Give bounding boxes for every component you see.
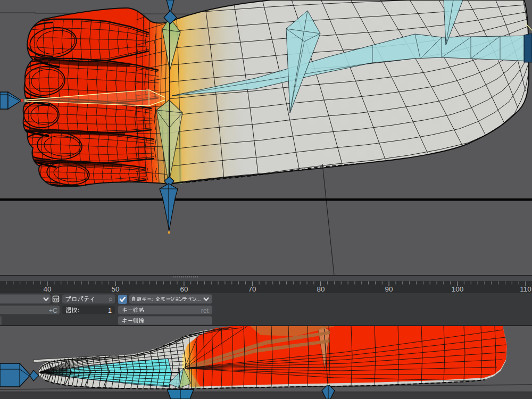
svg-text:50: 50	[111, 285, 119, 293]
svg-text:1: 1	[108, 307, 112, 314]
svg-text:100: 100	[452, 285, 464, 293]
svg-text:110: 110	[520, 285, 531, 293]
svg-text:90: 90	[385, 285, 393, 293]
svg-text:60: 60	[180, 285, 188, 293]
svg-text:80: 80	[317, 285, 325, 293]
svg-text:ret: ret	[201, 307, 209, 314]
svg-text:40: 40	[43, 285, 51, 293]
svg-text:70: 70	[248, 285, 256, 293]
svg-text:+C: +C	[49, 307, 57, 314]
